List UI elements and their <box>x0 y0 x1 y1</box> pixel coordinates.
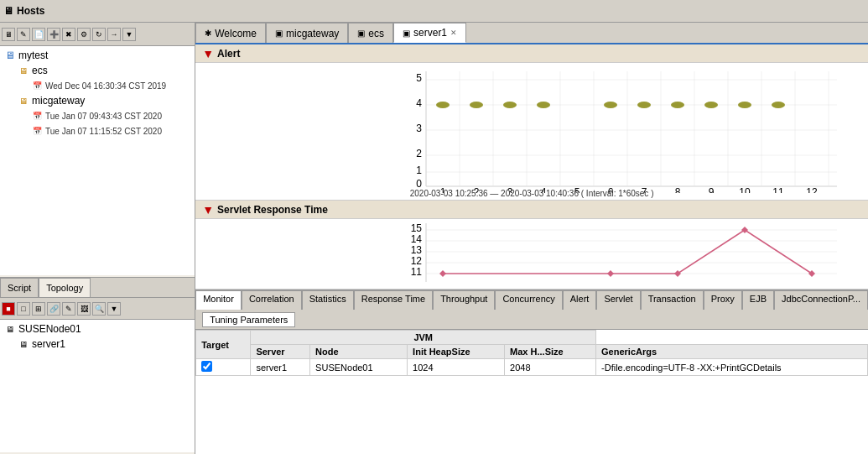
svg-point-40 <box>537 102 550 108</box>
alert-chart-title: Alert <box>217 48 240 60</box>
charts-area: ▼ Alert 5 4 3 2 1 0 <box>195 44 868 454</box>
svg-text:4: 4 <box>417 97 423 109</box>
app-title: Hosts <box>17 5 44 17</box>
tab-alert[interactable]: Alert <box>563 290 597 310</box>
servlet-chart-header: ▼ Servlet Response Time <box>195 201 868 219</box>
node-header: Node <box>310 345 408 359</box>
tab-monitor[interactable]: Monitor <box>195 290 242 310</box>
svg-point-46 <box>772 102 785 108</box>
svg-marker-59 <box>607 270 614 277</box>
tab-statistics[interactable]: Statistics <box>302 290 354 310</box>
svg-point-37 <box>436 102 450 108</box>
welcome-tab-label: Welcome <box>215 28 257 39</box>
tab-jdbc[interactable]: JdbcConnectionP... <box>774 290 868 310</box>
svg-point-38 <box>470 102 483 108</box>
init-heap-header: Init HeapSize <box>408 345 505 359</box>
mytest-icon: 🖥 <box>3 49 17 62</box>
right-panel: ✱ Welcome ▣ micgateway ▣ ecs ▣ server1 ✕ <box>195 23 868 454</box>
left-bottom-panel: Script Topology ■ □ ⊞ 🔗 ✎ 🖼 🔍 ▼ 🖥 SUSENo… <box>0 278 195 454</box>
tree-item-ecs[interactable]: 🖥 ecs <box>15 63 193 78</box>
servlet-expand-icon[interactable]: ▼ <box>202 203 214 217</box>
svg-point-41 <box>604 102 617 108</box>
svg-text:3: 3 <box>417 123 423 134</box>
tab-welcome[interactable]: ✱ Welcome <box>195 23 266 43</box>
tab-transaction[interactable]: Transaction <box>641 290 704 310</box>
tree-item-mytest[interactable]: 🖥 mytest <box>2 48 193 63</box>
row-max-heap: 2048 <box>505 359 596 376</box>
tuning-tab-btn[interactable]: Tuning Parameters <box>202 312 295 327</box>
tab-topology[interactable]: Topology <box>39 278 91 297</box>
tab-micgateway[interactable]: ▣ micgateway <box>266 23 348 43</box>
topology-btn3[interactable]: ⊞ <box>32 302 45 316</box>
svg-marker-62 <box>808 270 815 277</box>
more-btn[interactable]: ▼ <box>122 28 136 41</box>
micgateway-label: micgateway <box>32 95 85 107</box>
svg-text:13: 13 <box>411 244 423 256</box>
svg-marker-60 <box>674 270 681 277</box>
remove-btn[interactable]: ✖ <box>62 28 75 41</box>
tab-proxy[interactable]: Proxy <box>704 290 742 310</box>
jvm-header: JVM <box>251 331 596 345</box>
topology-btn7[interactable]: 🔍 <box>92 302 106 316</box>
row-generic-args: -Dfile.encoding=UTF-8 -XX:+PrintGCDetail… <box>596 359 868 376</box>
refresh-btn[interactable]: ↻ <box>92 28 106 41</box>
tab-correlation[interactable]: Correlation <box>242 290 302 310</box>
svg-text:9: 9 <box>709 186 715 193</box>
micgateway-icon: 🖥 <box>17 94 30 107</box>
server1-icon: 🖥 <box>17 337 30 351</box>
title-bar: 🖥 Hosts <box>0 0 868 23</box>
svg-text:11: 11 <box>411 266 423 278</box>
topology-btn2[interactable]: □ <box>17 302 30 316</box>
tree-item-susenode01[interactable]: 🖥 SUSENode01 <box>2 321 193 337</box>
tree-item-ecs-date[interactable]: 📅 Wed Dec 04 16:30:34 CST 2019 <box>29 78 193 93</box>
topology-btn5[interactable]: ✎ <box>62 302 75 316</box>
server1-tab-icon: ▣ <box>403 29 410 38</box>
tree-item-micgateway-date1[interactable]: 📅 Tue Jan 07 09:43:43 CST 2020 <box>29 108 193 123</box>
ecs-date-icon: 📅 <box>30 79 44 92</box>
topology-btn6[interactable]: 🖼 <box>77 302 91 316</box>
ecs-tab-label: ecs <box>368 28 384 39</box>
tree-item-server1[interactable]: 🖥 server1 <box>15 337 193 352</box>
tab-server1[interactable]: ▣ server1 ✕ <box>393 23 466 43</box>
tab-response-time[interactable]: Response Time <box>354 290 433 310</box>
tab-ecs[interactable]: ▣ ecs <box>348 23 393 43</box>
topology-toolbar: ■ □ ⊞ 🔗 ✎ 🖼 🔍 ▼ <box>0 298 195 320</box>
susenode-icon: 🖥 <box>3 322 17 336</box>
row-server: server1 <box>251 359 310 376</box>
tree-item-micgateway-date2[interactable]: 📅 Tue Jan 07 11:15:52 CST 2020 <box>29 123 193 138</box>
monitor-btn[interactable]: 🖥 <box>2 28 15 41</box>
ecs-icon: 🖥 <box>17 64 30 77</box>
tab-script[interactable]: Script <box>0 278 39 297</box>
row-checkbox[interactable] <box>201 361 212 372</box>
mytest-label: mytest <box>18 50 48 61</box>
app-icon: 🖥 <box>3 5 13 17</box>
tab-throughput[interactable]: Throughput <box>433 290 495 310</box>
topology-btn8[interactable]: ▼ <box>107 302 121 316</box>
server1-tab-close[interactable]: ✕ <box>450 29 457 37</box>
svg-text:5: 5 <box>417 72 423 84</box>
row-init-heap: 1024 <box>408 359 505 376</box>
micgateway-tab-icon: ▣ <box>275 29 283 38</box>
servlet-chart-title: Servlet Response Time <box>217 204 328 216</box>
topology-btn1[interactable]: ■ <box>2 302 15 316</box>
svg-point-44 <box>704 102 718 108</box>
config-btn[interactable]: ⚙ <box>77 28 91 41</box>
topology-btn4[interactable]: 🔗 <box>47 302 60 316</box>
svg-text:8: 8 <box>675 186 681 193</box>
tree-item-micgateway[interactable]: 🖥 micgateway <box>15 93 193 108</box>
ecs-tab-icon: ▣ <box>357 29 365 38</box>
move-btn[interactable]: → <box>107 28 121 41</box>
tab-servlet[interactable]: Servlet <box>596 290 640 310</box>
svg-point-43 <box>671 102 684 108</box>
max-heap-header: Max H...Size <box>505 345 596 359</box>
left-panel: 🖥 ✎ 📄 ➕ ✖ ⚙ ↻ → ▼ 🖥 mytest 🖥 ecs <box>0 23 195 454</box>
alert-expand-icon[interactable]: ▼ <box>202 47 214 60</box>
svg-marker-58 <box>439 270 446 277</box>
edit-btn[interactable]: ✎ <box>17 28 30 41</box>
script-btn[interactable]: 📄 <box>32 28 45 41</box>
tab-concurrency[interactable]: Concurrency <box>495 290 562 310</box>
servlet-chart-section: ▼ Servlet Response Time 15 14 13 12 11 <box>195 201 868 290</box>
add-btn[interactable]: ➕ <box>47 28 60 41</box>
svg-point-39 <box>503 102 517 108</box>
tab-ejb[interactable]: EJB <box>742 290 774 310</box>
